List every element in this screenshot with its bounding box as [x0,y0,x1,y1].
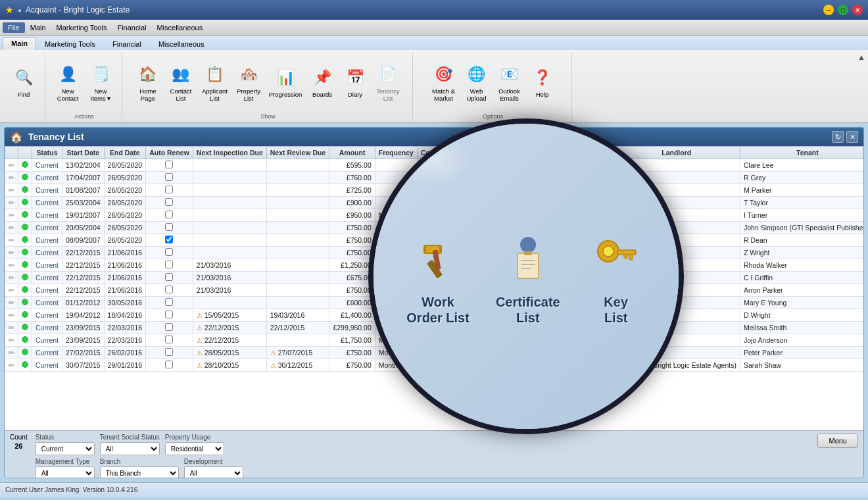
outlook-emails-button[interactable]: 📧 OutlookEmails [494,60,525,105]
development-filter[interactable]: All [184,466,243,478]
cell-auto-renew[interactable] [146,272,193,284]
cell-auto-renew[interactable] [146,172,193,184]
cell-edit[interactable]: ✏ [5,309,18,322]
new-items-button[interactable]: 🗒️ NewItems ▾ [85,60,116,105]
diary-button[interactable]: 📅 Diary [339,63,371,101]
match-market-button[interactable]: 🎯 Match &Market [428,60,460,105]
cell-comm: 11% [417,309,454,322]
cell-edit[interactable]: ✏ [5,234,18,247]
cell-auto-renew[interactable] [146,159,193,172]
col-landlord[interactable]: Landlord [613,147,740,159]
warning-icon: ⚠ [197,324,203,332]
cell-auto-renew[interactable] [146,234,193,247]
tab-main[interactable]: Main [3,37,36,50]
cell-auto-renew[interactable] [146,334,193,347]
ribbon-collapse-button[interactable]: ▲ [857,53,865,62]
cell-edit[interactable]: ✏ [5,159,18,172]
cell-auto-renew[interactable] [146,197,193,209]
cell-edit[interactable]: ✏ [5,222,18,234]
cell-auto-renew[interactable] [146,284,193,297]
window-title: Acquaint - Bright Logic Estate [26,5,130,14]
web-upload-button[interactable]: 🌐 WebUpload [461,60,493,105]
window-maximize-button[interactable]: □ [838,5,848,15]
menu-main[interactable]: Main [25,22,51,33]
branch-filter[interactable]: This Branch All [100,466,179,478]
cell-auto-renew[interactable] [146,184,193,197]
cell-auto-renew[interactable] [146,209,193,222]
cell-comm [417,322,454,334]
new-contact-icon: 👤 [56,63,80,86]
col-next-rev[interactable]: Next Review Due [266,147,329,159]
warning-icon: ⚠ [270,362,276,369]
panel-refresh-button[interactable]: ↻ [832,131,844,143]
cell-auto-renew[interactable] [146,347,193,359]
property-list-button[interactable]: 🏘️ PropertyList [233,60,264,105]
warning-icon: ⚠ [197,312,203,319]
cell-edit[interactable]: ✏ [5,247,18,259]
col-amount[interactable]: Amount [329,147,375,159]
col-freq[interactable]: Frequency [375,147,417,159]
contact-list-button[interactable]: 👥 ContactList [165,60,197,105]
cell-dot [18,347,32,359]
panel-close-button[interactable]: ✕ [846,131,858,143]
cell-next-rev [266,284,329,297]
cell-edit[interactable]: ✏ [5,297,18,309]
cell-edit[interactable]: ✏ [5,334,18,347]
cell-edit[interactable]: ✏ [5,184,18,197]
cell-auto-renew[interactable] [146,322,193,334]
management-type-filter[interactable]: All Managed Let Only [36,466,95,478]
window-minimize-button[interactable]: ─ [823,5,834,15]
boards-button[interactable]: 📌 Boards [306,63,338,101]
col-end-date[interactable]: End Date [104,147,146,159]
help-button[interactable]: ❓ Help [527,63,558,101]
cell-status: Current [32,184,62,197]
col-tenant[interactable]: Tenant [740,147,863,159]
cell-tenant: I Turner [740,209,863,222]
cell-edit[interactable]: ✏ [5,347,18,359]
cell-auto-renew[interactable] [146,359,193,372]
col-auto-renew[interactable]: Auto Renew [146,147,193,159]
col-arrears[interactable]: Arrears [454,147,492,159]
cell-edit[interactable]: ✏ [5,259,18,272]
cell-edit[interactable]: ✏ [5,284,18,297]
window-close-button[interactable]: ✕ [852,5,863,15]
menu-file[interactable]: File [3,22,25,33]
applicant-list-button[interactable]: 📋 ApplicantList [198,60,231,105]
cell-auto-renew[interactable] [146,222,193,234]
tenancy-list-button[interactable]: 📄 TenancyList [372,60,404,105]
cell-auto-renew[interactable] [146,259,193,272]
status-filter[interactable]: Current All Expired [36,442,95,455]
cell-edit[interactable]: ✏ [5,209,18,222]
cell-edit[interactable]: ✏ [5,172,18,184]
tenant-social-filter[interactable]: All [100,442,160,455]
col-start-date[interactable]: Start Date [62,147,105,159]
cell-status: Current [32,172,62,184]
col-status[interactable]: Status [32,147,62,159]
progression-button[interactable]: 📊 Progression [266,63,305,101]
col-comm[interactable]: Comm % [417,147,454,159]
tab-financial[interactable]: Financial [104,37,150,50]
tab-miscellaneous[interactable]: Miscellaneous [150,37,213,50]
col-address[interactable]: Address [492,147,613,159]
cell-edit[interactable]: ✏ [5,197,18,209]
col-next-insp[interactable]: Next Inspection Due [193,147,266,159]
cell-next-rev: ⚠ 27/07/2015 [266,347,329,359]
cell-edit[interactable]: ✏ [5,272,18,284]
home-page-button[interactable]: 🏠 HomePage [132,60,164,105]
cell-auto-renew[interactable] [146,297,193,309]
cell-tenant: R Grey [740,172,863,184]
cell-edit[interactable]: ✏ [5,359,18,372]
cell-edit[interactable]: ✏ [5,322,18,334]
menu-button[interactable]: Menu [817,434,858,448]
menu-marketing[interactable]: Marketing Tools [51,22,112,33]
menu-financial[interactable]: Financial [112,22,151,33]
cell-auto-renew[interactable] [146,309,193,322]
property-usage-filter[interactable]: Residential All Commercial [165,442,224,455]
cell-auto-renew[interactable] [146,247,193,259]
tab-marketing[interactable]: Marketing Tools [36,37,104,50]
cell-end: 18/04/2016 [104,309,146,322]
find-button[interactable]: 🔍 Find [8,63,39,101]
new-contact-button[interactable]: 👤 NewContact [52,60,84,105]
menu-miscellaneous[interactable]: Miscellaneous [151,22,208,33]
cell-amount: £760.00 [329,172,375,184]
